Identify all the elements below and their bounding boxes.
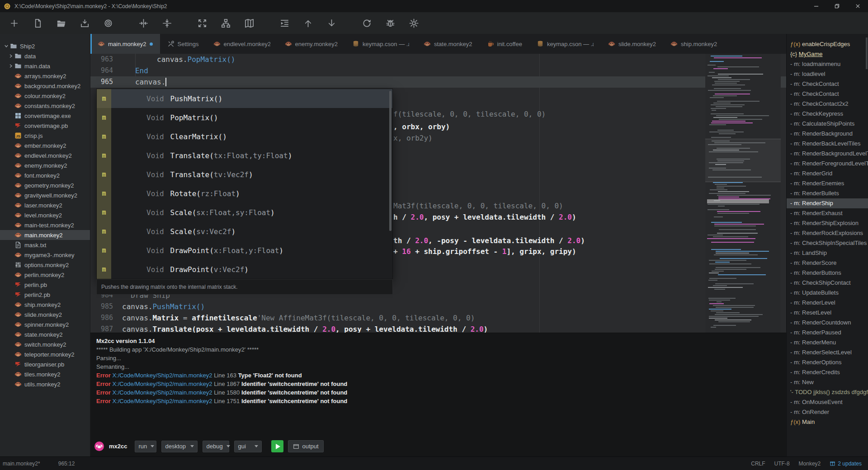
tab-ship.monkey2[interactable]: ship.monkey2 [663,34,724,54]
tab-main.monkey2[interactable]: main.monkey2 [90,34,160,54]
outline-item[interactable]: - m: RenderMenu [787,338,868,348]
completion-item[interactable]: mVoidClearMatrix() [97,127,392,146]
minimap[interactable] [705,54,781,333]
outline-item[interactable]: - m: CalculateShipPoints [787,119,868,129]
dropdown-desktop[interactable]: desktop [161,441,198,452]
outline-scrollbar[interactable] [866,38,868,69]
tree-item[interactable]: colour.monkey2 [0,91,90,101]
outline-item[interactable]: - m: LandShip [787,248,868,258]
tree-item[interactable]: switch.monkey2 [0,339,90,349]
outline-item[interactable]: - m: loadmainmenu [787,59,868,69]
chevron-down-icon[interactable] [3,43,10,49]
tree-item[interactable]: options.monkey2 [0,260,90,270]
error-file-link[interactable]: X:/Code/Monkey/Ship2/main.monkey2 [112,381,212,387]
status-encoding[interactable]: UTF-8 [774,461,790,467]
tree-item[interactable]: perlin.pb [0,280,90,290]
outline-item[interactable]: - m: RenderForegroundLevelTiles [787,159,868,169]
toolbar-save-button[interactable] [76,14,93,32]
outline-item[interactable]: - m: RenderShip [787,198,868,208]
tree-item[interactable]: utils.monkey2 [0,379,90,389]
status-eol[interactable]: CRLF [751,461,765,467]
tree-item[interactable]: font.monkey2 [0,170,90,180]
tree-item[interactable]: mygame3-.monkey [0,250,90,260]
tree-item[interactable]: enemy.monkey2 [0,160,90,170]
tree-item[interactable]: geometry.monkey2 [0,180,90,190]
tree-item[interactable]: main.monkey2 [0,230,90,240]
outline-item[interactable]: - m: loadlevel [787,69,868,79]
outline-item[interactable]: - m: CheckShipContact [787,278,868,288]
outline-item[interactable]: - m: New [787,377,868,387]
tree-item[interactable]: convertimage.pb [0,121,90,131]
tree-item[interactable]: JScrisp.js [0,131,90,141]
outline-item[interactable]: - m: RenderExhaust [787,208,868,218]
toolbar-gear-button[interactable] [405,14,422,32]
error-file-link[interactable]: X:/Code/Monkey/Ship2/main.monkey2 [112,389,212,396]
tree-item[interactable]: gravitywell.monkey2 [0,190,90,200]
tree-item[interactable]: perlin.monkey2 [0,270,90,280]
outline-item[interactable]: - m: RenderScore [787,258,868,268]
chevron-right-icon[interactable] [7,63,14,69]
code-line[interactable]: 985canvas.PushMatrix() [90,301,786,312]
tab-endlevel.monkey2[interactable]: endlevel.monkey2 [206,34,278,54]
outline-item[interactable]: {c} MyGame [787,49,868,59]
outline-item[interactable]: - m: RenderBackground [787,129,868,139]
tree-item[interactable]: main.data [0,61,90,71]
completion-item[interactable]: mVoidScale(sv:Vec2f) [97,222,392,241]
tree-item[interactable]: convertimage.exe [0,111,90,121]
tree-item[interactable]: arrays.monkey2 [0,71,90,81]
toolbar-hierarchy-button[interactable] [217,14,234,32]
popup-scrollbar[interactable] [389,91,392,231]
outline-item[interactable]: - m: CheckContact [787,89,868,99]
chevron-right-icon[interactable] [7,53,14,59]
outline-item[interactable]: - m: CheckContact [787,79,868,89]
error-file-link[interactable]: X:/Code/Monkey/Ship2/main.monkey2 [112,398,212,404]
toolbar-refresh-button[interactable] [358,14,375,32]
tree-item[interactable]: endlevel.monkey2 [0,150,90,160]
tab-keymap.cson[interactable]: keymap.cson — .a [345,34,416,54]
code-line[interactable]: 965 canvas. [90,76,786,88]
outline-item[interactable]: - m: RenderSelectLevel [787,348,868,357]
tab-state.monkey2[interactable]: state.monkey2 [416,34,480,54]
outline-item[interactable]: - m: CheckShipInSpecialTiles [787,238,868,248]
outline-item[interactable]: - m: RenderBackgroundLevelTiles [787,149,868,159]
close-button[interactable] [847,0,868,12]
toolbar-new-button[interactable] [5,14,23,32]
tab-slide.monkey2[interactable]: slide.monkey2 [601,34,663,54]
toolbar-indent-button[interactable] [276,14,293,32]
status-language[interactable]: Monkey2 [799,461,821,467]
dropdown-debug[interactable]: debug [203,441,229,452]
dropdown-gui[interactable]: gui [234,441,262,452]
tree-item[interactable]: tiles.monkey2 [0,369,90,379]
completion-item[interactable]: mVoidRotate(rz:Float) [97,184,392,203]
output-button[interactable]: output [288,440,323,452]
code-editor[interactable]: 963 canvas.PopMatrix()964 End965 canvas.… [90,54,786,333]
tab-keymap.cson[interactable]: keymap.cson — .a [529,34,601,54]
tree-item[interactable]: slide.monkey2 [0,310,90,320]
code-line[interactable]: 963 canvas.PopMatrix() [90,54,786,65]
toolbar-fullscreen-button[interactable] [193,14,211,32]
tree-item[interactable]: background.monkey2 [0,81,90,91]
tree-item[interactable]: spinner.monkey2 [0,320,90,329]
completion-item[interactable]: mVoidScale(sx:Float,sy:Float) [97,203,392,222]
outline-item[interactable]: - m: RenderButtons [787,268,868,278]
outline-item[interactable]: - m: CheckContact2x2 [787,99,868,109]
outline-item[interactable]: - m: RenderCredits [787,367,868,377]
outline-item[interactable]: - m: RenderEnemies [787,179,868,188]
outline-item[interactable]: - m: ResetLevel [787,308,868,318]
tree-item[interactable]: tileorganiser.pb [0,359,90,369]
run-button[interactable] [271,440,283,452]
toolbar-split-vertical-button[interactable] [158,14,175,32]
minimize-button[interactable] [806,0,826,12]
toolbar-folder-open-button[interactable] [52,14,70,32]
tree-item[interactable]: perlin2.pb [0,290,90,300]
tree-item[interactable]: constants.monkey2 [0,101,90,111]
toolbar-arrow-up-button[interactable] [299,14,316,32]
code-line[interactable]: 964 End [90,65,786,76]
completion-item[interactable]: mVoidTranslate(tx:Float,ty:Float) [97,146,392,165]
tree-item[interactable]: Ship2 [0,41,90,51]
outline-item[interactable]: - m: RenderShipExplosion [787,218,868,228]
outline-item[interactable]: - m: RenderRockExplosions [787,228,868,238]
outline-item[interactable]: - m: RenderBullets [787,188,868,198]
tree-item[interactable]: ship.monkey2 [0,300,90,310]
outline-item[interactable]: - m: RenderCountdown [787,318,868,328]
